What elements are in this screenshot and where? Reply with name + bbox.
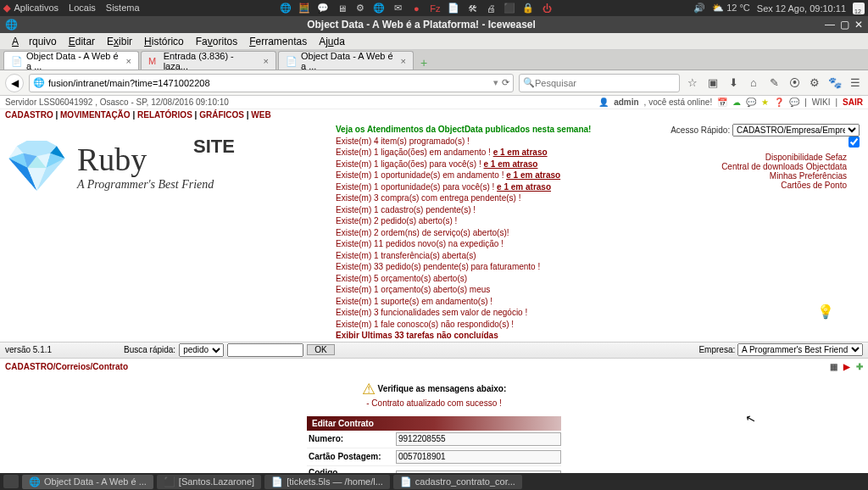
taskbar-item[interactable]: 📄cadastro_contrato_cor... <box>393 475 522 489</box>
wiki-link[interactable]: WIKI <box>812 97 831 107</box>
chat-icon[interactable]: 💬 <box>316 2 330 15</box>
menu-edit[interactable]: Editar <box>64 34 100 49</box>
quick-access-select[interactable]: CADASTRO/Empresa/Empresa <box>732 124 860 136</box>
alert-line[interactable]: Existe(m) 3 funcionalidades sem valor de… <box>336 307 668 319</box>
alert-line[interactable]: Existe(m) 1 oportunidade(s) para você(s)… <box>336 181 668 193</box>
quick-search-input[interactable] <box>227 343 303 357</box>
empresa-select[interactable]: A Programmer's Best Friend <box>737 343 863 356</box>
quick-link[interactable]: Minhas Preferências <box>668 171 860 181</box>
addon-icon[interactable]: ⚙ <box>807 75 822 91</box>
nav-graficos[interactable]: GRÁFICOS <box>199 110 244 120</box>
system-menu[interactable]: Sistema <box>106 3 140 14</box>
alert-line[interactable]: Existe(m) 11 pedidos novo(s) na expediçã… <box>336 238 668 250</box>
quick-checkbox[interactable] <box>849 136 860 148</box>
rdp-icon[interactable]: 🖥 <box>335 2 348 15</box>
alert-line[interactable]: Existe(m) 1 orçamento(s) aberto(s) meus <box>336 284 668 296</box>
close-button[interactable]: ✕ <box>854 19 863 31</box>
alert-line[interactable]: Existe(m) 5 orçamento(s) aberto(s) <box>336 273 668 285</box>
filezilla-icon[interactable]: Fz <box>428 2 442 15</box>
hamburger-icon[interactable]: ☰ <box>848 75 863 91</box>
tool-icon[interactable]: ★ <box>761 97 769 107</box>
url-input[interactable] <box>48 78 493 88</box>
browser-icon[interactable]: 🌐 <box>279 2 292 15</box>
search-input[interactable] <box>535 78 676 88</box>
alert-line[interactable]: Existe(m) 2 pedido(s) aberto(s) ! <box>336 215 668 227</box>
calendar-icon[interactable] <box>853 3 865 14</box>
alerts-summary[interactable]: Exibir Ultimas 33 tarefas não concluídas <box>336 330 668 342</box>
lock-icon[interactable]: 🔒 <box>521 2 535 15</box>
nav-relatorios[interactable]: RELATÓRIOS <box>137 110 192 120</box>
applications-menu[interactable]: ◆ Aplicativos <box>3 3 58 14</box>
action-icon[interactable]: ▦ <box>830 362 837 371</box>
taskbar-item[interactable]: 📄[tickets.5ls — /home/l... <box>264 475 390 489</box>
back-button[interactable]: ◀ <box>5 74 24 92</box>
url-bar[interactable]: 🌐 ▾ ⟳ <box>29 74 514 92</box>
mail-icon[interactable]: ✉ <box>391 2 404 15</box>
logout-link[interactable]: SAIR <box>843 97 863 107</box>
alert-line[interactable]: Existe(m) 1 ligação(ões) para você(s) ! … <box>336 159 668 170</box>
calc-icon[interactable]: 🧮 <box>298 2 311 15</box>
tool-icon[interactable]: ☁ <box>732 97 741 107</box>
field-input[interactable] <box>396 432 561 446</box>
menu-tools[interactable]: Ferramentas <box>244 34 312 49</box>
taskbar-item[interactable]: 🌐Object Data - A Web é ... <box>22 475 153 489</box>
dropdown-icon[interactable]: ▾ <box>493 77 498 88</box>
menu-file[interactable]: Arquivo <box>7 34 62 49</box>
quick-link[interactable]: Cartões de Ponto <box>668 181 860 190</box>
tool-icon[interactable]: 📅 <box>717 97 727 107</box>
alert-line[interactable]: Existe(m) 4 item(s) programado(s) ! <box>336 136 668 148</box>
globe-icon[interactable]: 🌐 <box>372 2 386 15</box>
downloads-icon[interactable]: ⬇ <box>726 75 741 91</box>
clock[interactable]: Sex 12 Ago, 09:10:11 <box>757 3 846 14</box>
tab-0[interactable]: 📄 Object Data - A Web é a ... × <box>3 51 139 70</box>
menu-view[interactable]: Exibir <box>102 34 137 49</box>
menu-help[interactable]: Ajuda <box>314 34 350 49</box>
alert-line[interactable]: Existe(m) 3 compra(s) com entrega penden… <box>336 192 668 204</box>
quick-link[interactable]: Central de downloads Objectdata <box>668 162 860 171</box>
tool-icon[interactable]: 💬 <box>746 97 756 107</box>
menu-bookmarks[interactable]: Favoritos <box>191 34 242 49</box>
bookmark-star-icon[interactable]: ☆ <box>685 75 700 91</box>
new-tab-button[interactable]: + <box>415 56 432 70</box>
weather-indicator[interactable]: ⛅ 12 °C <box>712 3 750 14</box>
show-desktop-button[interactable] <box>3 475 19 488</box>
paw-icon[interactable]: 🐾 <box>827 75 843 91</box>
reload-icon[interactable]: ⟳ <box>502 77 509 88</box>
menu-history[interactable]: Histórico <box>139 34 189 49</box>
alert-line[interactable]: Existe(m) 33 pedido(s) pendente(s) para … <box>336 261 668 273</box>
volume-icon[interactable]: 🔊 <box>693 3 705 14</box>
alert-line[interactable]: Existe(m) 1 fale conosco(s) não respondi… <box>336 319 668 331</box>
alerts-title[interactable]: Veja os Atendimentos da ObjectData publi… <box>336 124 668 136</box>
doc-icon[interactable]: 📄 <box>447 2 460 15</box>
nav-cadastro[interactable]: CADASTRO <box>5 110 53 120</box>
alert-line[interactable]: Existe(m) 1 cadastro(s) pendente(s) ! <box>336 204 668 216</box>
taskbar-item[interactable]: ⬛[Santos.Lazarone] <box>157 475 261 489</box>
quick-link[interactable]: Disponibilidade Sefaz <box>668 153 860 162</box>
tab-2[interactable]: 📄 Object Data - A Web é a ... × <box>278 51 414 70</box>
alert-line[interactable]: Existe(m) 2 ordem(ns) de serviço(s) aber… <box>336 227 668 239</box>
tool-icon[interactable]: 💬 <box>789 97 799 107</box>
alert-line[interactable]: Existe(m) 1 ligação(ões) em andamento ! … <box>336 147 668 159</box>
alert-line[interactable]: Existe(m) 1 suporte(s) em andamento(s) ! <box>336 296 668 308</box>
minimize-button[interactable]: — <box>825 19 835 31</box>
print-icon[interactable]: 🖨 <box>484 2 498 15</box>
feed-icon[interactable]: ⦿ <box>787 75 802 91</box>
nav-web[interactable]: WEB <box>251 110 270 120</box>
search-type-select[interactable]: pedido <box>179 343 224 357</box>
gear-icon[interactable]: ⚙ <box>353 2 367 15</box>
site-identity-icon[interactable]: 🌐 <box>33 77 45 89</box>
alert-line[interactable]: Existe(m) 1 transferência(s) aberta(s) <box>336 250 668 262</box>
record-icon[interactable]: ● <box>409 2 423 15</box>
tab-close-icon[interactable]: × <box>126 56 131 66</box>
home-icon[interactable]: ⌂ <box>746 75 761 91</box>
tab-close-icon[interactable]: × <box>401 56 406 66</box>
field-input[interactable] <box>396 450 561 464</box>
places-menu[interactable]: Locais <box>69 3 96 14</box>
settings-icon[interactable]: 🛠 <box>465 2 479 15</box>
sidebar-icon[interactable]: ▣ <box>705 75 721 91</box>
alert-line[interactable]: Existe(m) 1 oportunidade(s) em andamento… <box>336 170 668 181</box>
add-icon[interactable]: ✚ <box>856 362 863 371</box>
tool-icon[interactable]: ❓ <box>774 97 784 107</box>
terminal-icon[interactable]: ⬛ <box>503 2 516 15</box>
tab-close-icon[interactable]: × <box>264 56 269 66</box>
